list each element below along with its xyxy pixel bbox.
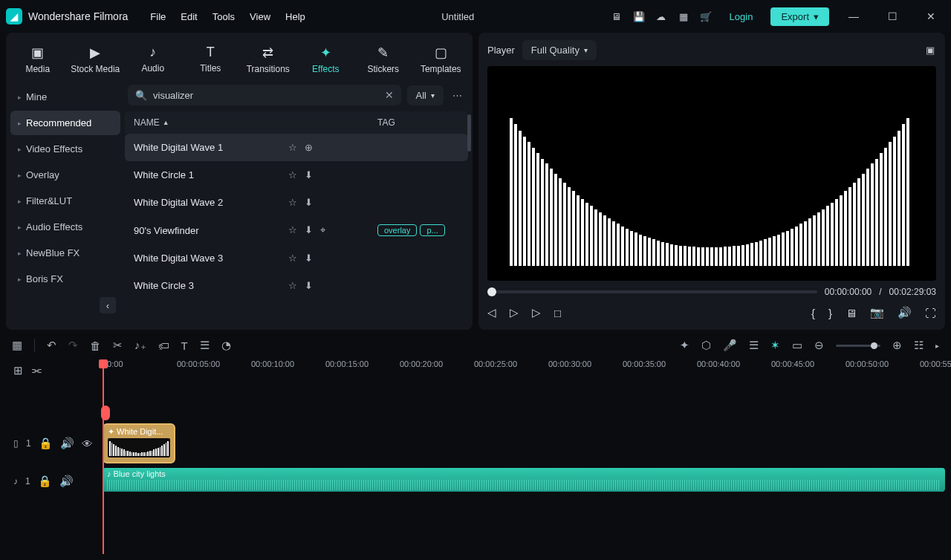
audio-track-body[interactable]: ♪ Blue city lights <box>103 465 945 498</box>
shield-icon[interactable]: ⬡ <box>701 339 711 352</box>
music-icon[interactable]: ♪₊ <box>134 339 146 352</box>
sidebar-item-mine[interactable]: Mine <box>10 85 120 109</box>
star-icon[interactable]: ☆ <box>288 142 297 153</box>
time-ruler[interactable]: 00:0000:00:05:0000:00:10:0000:00:15:0000… <box>103 359 945 383</box>
effect-row[interactable]: White Digital Wave 1☆⊕ <box>125 134 468 161</box>
eye-icon[interactable]: 👁 <box>82 437 93 450</box>
sidebar-item-audio-effects[interactable]: Audio Effects <box>10 215 120 239</box>
sidebar-item-video-effects[interactable]: Video Effects <box>10 137 120 161</box>
search-input[interactable] <box>153 90 379 101</box>
display-icon[interactable]: 🖥 <box>845 307 857 319</box>
download-icon[interactable]: ⬇ <box>305 280 313 291</box>
tab-titles[interactable]: TTitles <box>182 39 240 80</box>
plus-icon[interactable]: ⊕ <box>305 142 313 153</box>
star-icon[interactable]: ☆ <box>288 280 297 291</box>
clear-search-icon[interactable]: ✕ <box>385 89 394 101</box>
view-mode-icon[interactable]: ☷ <box>914 339 924 352</box>
zoom-slider[interactable] <box>836 345 880 347</box>
star-icon[interactable]: ☆ <box>288 197 297 208</box>
scrollbar-thumb[interactable] <box>467 114 471 152</box>
mute-icon[interactable]: 🔊 <box>60 437 74 450</box>
star-icon[interactable]: ☆ <box>288 169 297 180</box>
star-icon[interactable]: ☆ <box>288 224 297 236</box>
adjust-icon[interactable]: ☰ <box>200 339 210 352</box>
prev-frame-icon[interactable]: ◁ <box>487 306 496 319</box>
menu-file[interactable]: File <box>150 11 166 22</box>
cut-icon[interactable]: ✂ <box>113 339 123 352</box>
download-icon[interactable]: ⬇ <box>305 197 313 208</box>
minimize-button[interactable]: — <box>840 10 868 22</box>
play-forward-icon[interactable]: ▷ <box>532 306 541 319</box>
link-icon[interactable]: ⫘ <box>30 364 42 377</box>
mic-icon[interactable]: 🎤 <box>723 339 737 352</box>
menu-edit[interactable]: Edit <box>181 11 197 22</box>
volume-icon[interactable]: 🔊 <box>898 306 912 319</box>
stop-icon[interactable]: □ <box>554 307 561 319</box>
preview-scrubber[interactable] <box>487 290 817 293</box>
play-icon[interactable]: ▷ <box>510 306 519 319</box>
sidebar-item-newblue-fx[interactable]: NewBlue FX <box>10 241 120 265</box>
effect-row[interactable]: White Circle 1☆⬇ <box>125 161 468 189</box>
login-button[interactable]: Login <box>722 8 761 25</box>
tab-transitions[interactable]: ⇄Transitions <box>239 39 297 80</box>
search-box[interactable]: 🔍 ✕ <box>128 85 401 105</box>
filter-dropdown[interactable]: All▾ <box>407 85 444 105</box>
marker-icon[interactable]: ✶ <box>770 339 780 352</box>
sidebar-item-overlay[interactable]: Overlay <box>10 163 120 187</box>
playhead[interactable] <box>103 359 104 554</box>
sparkle-icon[interactable]: ✦ <box>680 339 689 352</box>
effect-row[interactable]: 90's Viewfinder☆⬇⌖overlayp... <box>125 216 468 244</box>
menu-view[interactable]: View <box>250 11 270 22</box>
video-clip[interactable]: ✦ White Digit... <box>103 423 175 463</box>
lock-icon[interactable]: 🔒 <box>39 437 53 450</box>
effect-row[interactable]: White Circle 3☆⬇ <box>125 272 468 299</box>
zoom-in-icon[interactable]: ⊕ <box>892 339 902 352</box>
quality-dropdown[interactable]: Full Quality▾ <box>522 40 597 60</box>
audio-clip[interactable]: ♪ Blue city lights <box>103 468 945 492</box>
camera-icon[interactable]: 📷 <box>870 306 884 319</box>
more-options-icon[interactable]: ⋯ <box>449 90 465 101</box>
add-track-icon[interactable]: ⊞ <box>13 364 23 377</box>
tab-stickers[interactable]: ✎Stickers <box>354 39 412 80</box>
header-name[interactable]: NAME▲ <box>134 117 288 128</box>
speed-icon[interactable]: ◔ <box>221 339 231 352</box>
tab-media[interactable]: ▣Media <box>9 39 67 80</box>
scrubber-handle[interactable] <box>487 287 496 296</box>
delete-icon[interactable]: 🗑 <box>90 339 101 352</box>
cart-icon[interactable]: 🛒 <box>700 10 712 22</box>
undo-icon[interactable]: ↶ <box>47 339 56 352</box>
star-icon[interactable]: ☆ <box>288 253 297 264</box>
tag-icon[interactable]: 🏷 <box>158 339 169 352</box>
tab-templates[interactable]: ▢Templates <box>412 39 470 80</box>
tab-stock-media[interactable]: ▶Stock Media <box>67 39 125 80</box>
close-button[interactable]: ✕ <box>917 10 945 22</box>
text-icon[interactable]: T <box>181 339 188 352</box>
download-icon[interactable]: ⬇ <box>305 224 313 236</box>
effect-row[interactable]: White Digital Wave 3☆⬇ <box>125 244 468 272</box>
video-track-body[interactable]: ✦ White Digit... <box>103 422 945 465</box>
sidebar-item-filter-lut[interactable]: Filter&LUT <box>10 189 120 213</box>
save-icon[interactable]: 💾 <box>633 10 645 22</box>
cloud-icon[interactable]: ☁ <box>655 10 667 22</box>
maximize-button[interactable]: ☐ <box>878 10 906 22</box>
mark-in-icon[interactable]: { <box>811 307 815 319</box>
scan-icon[interactable]: ⌖ <box>320 224 325 236</box>
mute-icon[interactable]: 🔊 <box>59 475 74 488</box>
collapse-sidebar-icon[interactable]: ‹ <box>100 297 116 313</box>
redo-icon[interactable]: ↷ <box>68 339 78 352</box>
preview-canvas[interactable] <box>487 66 936 281</box>
crop-icon[interactable]: ▭ <box>792 339 802 352</box>
menu-help[interactable]: Help <box>285 11 305 22</box>
export-button[interactable]: Export▾ <box>770 7 829 26</box>
zoom-out-icon[interactable]: ⊖ <box>814 339 824 352</box>
tab-effects[interactable]: ✦Effects <box>297 39 355 80</box>
apps-icon[interactable]: ▦ <box>678 10 689 22</box>
list-icon[interactable]: ☰ <box>749 339 759 352</box>
mark-out-icon[interactable]: } <box>828 307 832 319</box>
download-icon[interactable]: ⬇ <box>305 253 313 264</box>
device-icon[interactable]: 🖥 <box>611 10 623 22</box>
sidebar-item-recommended[interactable]: Recommended <box>10 111 120 135</box>
effect-row[interactable]: White Digital Wave 2☆⬇ <box>125 189 468 216</box>
snapshot-icon[interactable]: ▣ <box>924 45 936 56</box>
zoom-handle[interactable] <box>871 342 877 349</box>
